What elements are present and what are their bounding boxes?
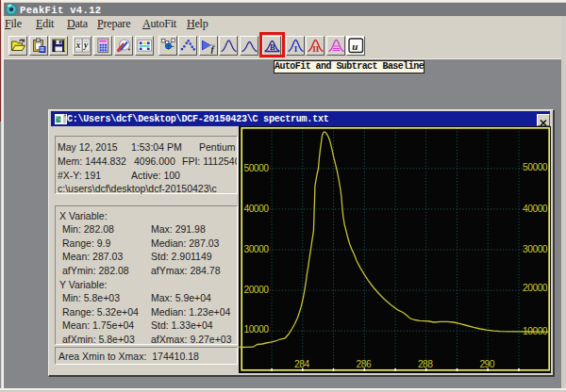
svg-text:20000: 20000 [523, 283, 548, 293]
svg-text:II: II [312, 44, 320, 54]
svg-text:40000: 40000 [244, 204, 270, 214]
svg-text:30000: 30000 [523, 244, 548, 254]
svg-text:290: 290 [479, 359, 494, 369]
svg-text:u: u [352, 41, 358, 52]
svg-text:40000: 40000 [523, 204, 548, 214]
svg-text:y: y [82, 41, 88, 50]
svg-text:30000: 30000 [244, 244, 270, 254]
svg-text:20000: 20000 [244, 285, 270, 295]
svg-text:I: I [293, 44, 297, 54]
svg-text:x: x [75, 41, 80, 50]
svg-text:288: 288 [418, 359, 433, 369]
svg-text:50000: 50000 [244, 163, 270, 173]
svg-text:f: f [210, 45, 214, 55]
svg-text:50000: 50000 [523, 162, 548, 172]
svg-text:10000: 10000 [523, 326, 548, 336]
svg-text:286: 286 [357, 359, 372, 369]
svg-text:284: 284 [294, 359, 309, 369]
svg-text:10000: 10000 [244, 324, 270, 335]
